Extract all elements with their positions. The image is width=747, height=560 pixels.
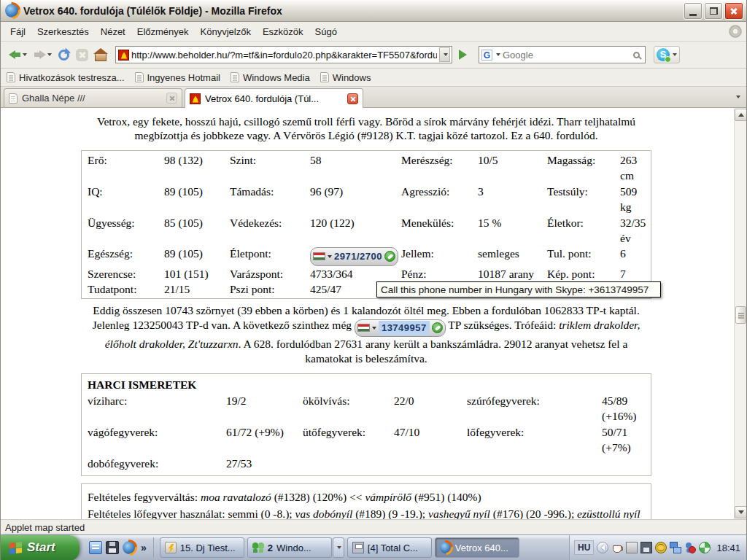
skype-tooltip: Call this phone number in Hungary with S…: [376, 281, 661, 298]
menu-item-konyvjelzok[interactable]: Könyvjelzők: [196, 24, 256, 39]
total-commander-icon: [352, 542, 364, 553]
messenger-busy-tray-icon[interactable]: [684, 542, 696, 553]
back-button[interactable]: [7, 44, 29, 66]
stat-value: 96 (97): [310, 184, 401, 215]
search-input[interactable]: [503, 50, 631, 61]
task-winamp[interactable]: 15. Dj Tiest...: [160, 537, 244, 558]
status-bar: Applet map started: [1, 519, 746, 534]
search-bar[interactable]: G: [479, 46, 646, 63]
search-icon[interactable]: [633, 52, 640, 58]
tp-skype-widget[interactable]: 13749957: [355, 319, 446, 331]
window-tray-icon[interactable]: [626, 542, 638, 553]
menu-item-szerkesztes[interactable]: Szerkesztés: [32, 24, 94, 39]
skype-call-icon[interactable]: [432, 322, 443, 333]
internet-shortcut-icon[interactable]: [89, 541, 102, 554]
menu-item-eszkozok[interactable]: Eszközök: [258, 24, 309, 39]
firefox-launch-icon[interactable]: [123, 541, 136, 554]
restore-button[interactable]: [704, 2, 723, 20]
conditional-weapon-switch-line: Feltételes fegyverváltás: moa ravatalozó…: [88, 490, 645, 505]
chevron-down-icon[interactable]: [372, 327, 376, 330]
scroll-down-button[interactable]: [735, 506, 746, 518]
skill-value: 19/2: [226, 393, 303, 424]
stat-label: Védekezés:: [230, 215, 310, 246]
bookmark-item-windows-media[interactable]: Windows Media: [231, 72, 310, 83]
task-messenger-group[interactable]: 2Windo...: [247, 537, 332, 558]
menu-item-sugo[interactable]: Súgó: [310, 24, 342, 39]
java-tray-icon[interactable]: [611, 542, 623, 553]
hp-value: 2971/2700: [334, 249, 382, 264]
skype-call-icon[interactable]: [384, 251, 395, 262]
skype-toolbar-button[interactable]: S: [654, 46, 680, 63]
navigation-toolbar: G S: [1, 42, 746, 69]
skype-icon: S: [657, 48, 670, 61]
stat-label: Kép. pont:: [547, 266, 620, 281]
skill-value: 27/53: [226, 456, 303, 471]
combat-skills-section: HARCI ISMERETEK víziharc:19/2ökölvívás:2…: [81, 373, 651, 476]
chevron-down-icon[interactable]: [328, 255, 332, 258]
network-tray-icon[interactable]: [670, 542, 681, 553]
menu-item-fajl[interactable]: Fájl: [5, 24, 31, 39]
minimize-button[interactable]: [684, 2, 703, 20]
disk-tray-icon[interactable]: [640, 542, 652, 553]
language-indicator[interactable]: HU: [574, 540, 594, 555]
quick-launch-overflow-chevron[interactable]: »: [139, 542, 148, 553]
go-button[interactable]: [454, 46, 471, 63]
scroll-up-button[interactable]: [735, 109, 746, 121]
scrollbar-thumb[interactable]: [735, 306, 746, 324]
hp-skype-widget[interactable]: 2971/2700: [310, 246, 401, 265]
home-icon: [95, 53, 107, 61]
forward-button[interactable]: [31, 44, 54, 66]
tab-ghalla-nepe[interactable]: Ghalla Népe ///: [4, 88, 182, 107]
stat-label: Ügyesség:: [88, 215, 164, 246]
tp-needed-value: 13749957: [379, 321, 430, 335]
tray-collapse-button[interactable]: [597, 542, 608, 553]
bookmark-item-hivatkozasok[interactable]: Hivatkozások testresza...: [7, 72, 125, 83]
url-history-dropdown-button[interactable]: [439, 47, 450, 62]
bookmark-item-hotmail[interactable]: Ingyenes Hotmail: [135, 72, 220, 83]
vertical-scrollbar[interactable]: [734, 108, 746, 519]
task-firefox-vetrox[interactable]: Vetrox 640...: [435, 537, 519, 558]
url-bar[interactable]: [115, 46, 452, 63]
menu-item-nezet[interactable]: Nézet: [96, 24, 131, 39]
total-commander-launch-icon[interactable]: [106, 541, 119, 554]
stat-value: semleges: [478, 246, 547, 265]
close-button[interactable]: [724, 2, 743, 20]
windows-logo-icon: [9, 542, 22, 554]
update-tray-icon[interactable]: [699, 542, 711, 553]
bookmark-page-icon: [7, 72, 15, 82]
back-dropdown-icon[interactable]: [23, 53, 27, 56]
url-input[interactable]: [131, 50, 437, 61]
globe-tray-icon[interactable]: [655, 542, 667, 553]
bookmark-page-icon: [231, 72, 239, 82]
tab-close-icon[interactable]: [347, 93, 358, 104]
tab-vetrox-fordulo[interactable]: Vetrox 640. fordulója (Túl...: [185, 88, 363, 108]
task-group-dropdown-button[interactable]: [333, 537, 344, 558]
reload-icon: [58, 50, 69, 61]
tab-close-icon[interactable]: [166, 93, 177, 104]
search-engine-dropdown-icon[interactable]: [496, 53, 500, 56]
window-title: Vetrox 640. fordulója (Túlélők Földje) -…: [23, 5, 679, 17]
stat-value: 89 (105): [164, 246, 230, 265]
stat-value: 263 cm: [620, 152, 646, 184]
task-total-commander[interactable]: [4] Total C...: [347, 537, 432, 558]
bookmark-page-icon: [320, 72, 329, 82]
tab-list-dropdown-button[interactable]: [732, 91, 743, 103]
reload-button[interactable]: [56, 44, 71, 66]
home-button[interactable]: [93, 44, 109, 66]
stat-value: 58: [310, 152, 401, 184]
stat-label: Szerencse:: [88, 266, 164, 281]
stat-label: IQ:: [88, 184, 164, 215]
section-title: HARCI ISMERETEK: [88, 377, 645, 393]
skype-dropdown-icon[interactable]: [673, 53, 677, 56]
firefox-icon: [440, 542, 452, 553]
google-engine-icon[interactable]: G: [481, 50, 492, 61]
forward-dropdown-icon[interactable]: [47, 53, 52, 56]
bookmark-item-windows[interactable]: Windows: [320, 72, 371, 83]
window-titlebar[interactable]: Vetrox 640. fordulója (Túlélők Földje) -…: [1, 0, 746, 22]
stat-label: Szint:: [230, 152, 310, 184]
skill-value: 45/89 (+16%): [602, 393, 645, 424]
skill-value: 61/72 (+9%): [226, 424, 303, 456]
stop-button[interactable]: [74, 44, 90, 66]
menu-item-elozmenyek[interactable]: Előzmények: [132, 24, 194, 39]
start-button[interactable]: Start: [1, 535, 80, 560]
